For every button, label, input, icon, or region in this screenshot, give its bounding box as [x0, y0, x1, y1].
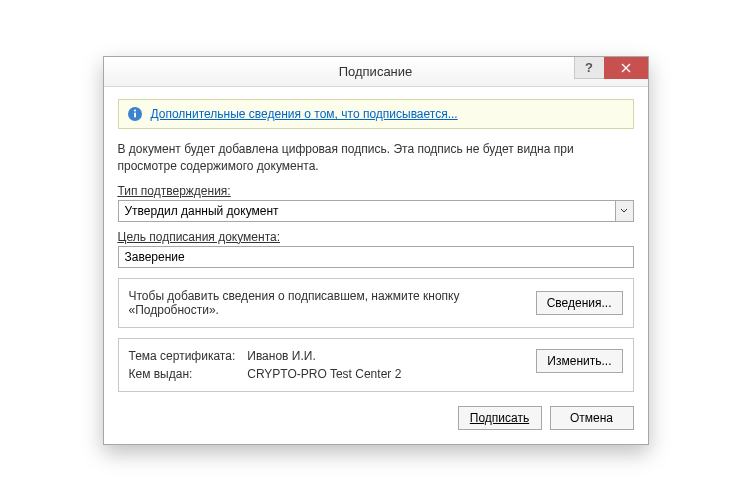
dialog-body: Дополнительные сведения о том, что подпи… — [104, 87, 648, 443]
info-icon — [127, 106, 143, 122]
sign-dialog: Подписание ? Дополнительные сведения о т… — [103, 56, 649, 444]
cert-subject-label: Тема сертификата: — [129, 349, 236, 363]
confirmation-type-combo[interactable] — [118, 200, 634, 222]
help-button[interactable]: ? — [574, 57, 604, 79]
sign-button[interactable]: Подписать — [458, 406, 542, 430]
cert-issuer-value: CRYPTO-PRO Test Center 2 — [247, 367, 526, 381]
close-icon — [621, 63, 631, 73]
certificate-panel: Тема сертификата: Иванов И.И. Кем выдан:… — [118, 338, 634, 392]
signer-details-panel: Чтобы добавить сведения о подписавшем, н… — [118, 278, 634, 328]
info-link[interactable]: Дополнительные сведения о том, что подпи… — [151, 107, 458, 121]
svg-point-1 — [133, 110, 135, 112]
confirmation-type-input[interactable] — [119, 201, 615, 221]
cert-subject-value: Иванов И.И. — [247, 349, 526, 363]
info-bar: Дополнительные сведения о том, что подпи… — [118, 99, 634, 129]
close-button[interactable] — [604, 57, 648, 79]
details-button[interactable]: Сведения... — [536, 291, 623, 315]
signer-details-text: Чтобы добавить сведения о подписавшем, н… — [129, 289, 526, 317]
titlebar: Подписание ? — [104, 57, 648, 87]
cert-button-wrap: Изменить... — [536, 349, 622, 381]
titlebar-controls: ? — [574, 57, 648, 86]
dialog-title: Подписание — [104, 64, 648, 79]
svg-rect-2 — [134, 113, 136, 118]
dialog-footer: Подписать Отмена — [118, 406, 634, 430]
confirmation-type-label: Тип подтверждения: — [118, 184, 634, 198]
cancel-button[interactable]: Отмена — [550, 406, 634, 430]
change-cert-button[interactable]: Изменить... — [536, 349, 622, 373]
certificate-grid: Тема сертификата: Иванов И.И. Кем выдан:… — [129, 349, 527, 381]
signing-purpose-label: Цель подписания документа: — [118, 230, 634, 244]
chevron-down-icon — [620, 208, 628, 214]
combo-dropdown-button[interactable] — [615, 201, 633, 221]
description-text: В документ будет добавлена цифровая подп… — [118, 141, 634, 173]
signing-purpose-input[interactable] — [118, 246, 634, 268]
cert-issuer-label: Кем выдан: — [129, 367, 236, 381]
